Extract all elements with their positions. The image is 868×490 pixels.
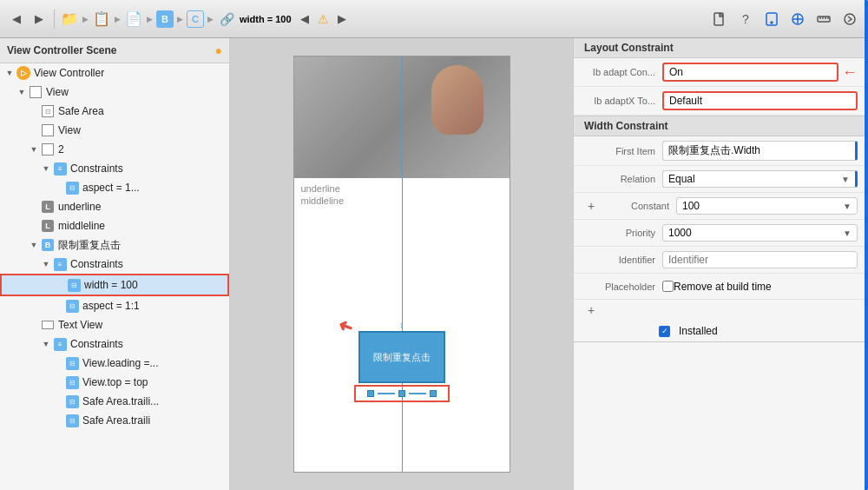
inspector-panel: Layout Constraint Ib adapt Con... On ← I… <box>573 38 868 490</box>
breadcrumb-file2-icon[interactable]: 📄 <box>124 10 143 29</box>
breadcrumb-arrow-1: ▶ <box>82 15 89 23</box>
priority-select[interactable]: 1000 ▼ <box>662 224 858 242</box>
breadcrumb-constraint-icon[interactable]: 🔗 <box>217 10 236 29</box>
tree-item-middleline[interactable]: L middleline <box>0 216 229 235</box>
aspect2-icon: ⊟ <box>64 298 80 314</box>
first-item-row: First Item 限制重复点击.Width <box>574 136 868 166</box>
nav-forward-button[interactable]: ▶ <box>30 10 49 29</box>
tree-item-vc[interactable]: ▷ View Controller <box>0 63 229 83</box>
ib-adapt-con-label: Ib adapt Con... <box>584 67 662 77</box>
tree-label-viewleading: View.leading =... <box>82 357 159 369</box>
tree-label-textview: Text View <box>58 319 102 331</box>
priority-select-arrow: ▼ <box>843 228 852 238</box>
underline-icon: L <box>40 199 56 215</box>
breadcrumb-c-badge[interactable]: C <box>187 10 204 28</box>
nav-back-button[interactable]: ◀ <box>7 10 26 29</box>
tree-item-underline[interactable]: L underline <box>0 197 229 216</box>
ib-adaptx-to-text: Default <box>669 95 702 107</box>
tree-arrow-button <box>28 241 40 249</box>
vc-icon: ▷ <box>16 65 31 81</box>
relation-label: Relation <box>584 174 662 184</box>
tree-item-safetrail2[interactable]: ⊟ Safe Area.traili <box>0 411 229 430</box>
tree-item-width100[interactable]: ⊟ width = 100 <box>0 274 229 296</box>
ruler-button[interactable] <box>812 8 835 30</box>
sidebar-header: View Controller Scene ● <box>0 38 229 63</box>
file-button[interactable] <box>708 8 731 30</box>
tree-arrow-2 <box>28 145 40 154</box>
constraints2-icon: ≡ <box>52 256 68 272</box>
ib-adaptx-to-value[interactable]: Default <box>662 91 858 110</box>
tree-item-viewleading[interactable]: ⊟ View.leading =... <box>0 354 229 373</box>
breadcrumb-arrow-2: ▶ <box>115 15 121 23</box>
tree-item-constraints1[interactable]: ≡ Constraints <box>0 159 229 178</box>
tree-label-aspect2: aspect = 1:1 <box>82 300 140 312</box>
safetrail1-icon: ⊟ <box>64 394 80 409</box>
placeholder-checkbox[interactable] <box>662 281 674 292</box>
toolbar: ◀ ▶ 📁 ▶ 📋 ▶ 📄 ▶ B ▶ C ▶ 🔗 width = 100 ◀ … <box>0 0 868 38</box>
tree-item-viewtop[interactable]: ⊟ View.top = top <box>0 373 229 392</box>
viewtop-icon: ⊟ <box>64 374 80 390</box>
canvas-button[interactable]: 限制重复点击 <box>358 331 445 383</box>
tree-item-safearea[interactable]: ⊡ Safe Area <box>0 102 229 121</box>
bottom-plus-button[interactable]: + <box>584 303 598 317</box>
breadcrumb-prev-button[interactable]: ◀ <box>295 10 314 29</box>
constant-select[interactable]: 100 ▼ <box>676 197 858 215</box>
breadcrumb-arrow-4: ▶ <box>177 15 183 23</box>
tree-label-safetrail1: Safe Area.traili... <box>82 395 159 407</box>
priority-label: Priority <box>584 228 662 238</box>
tree-item-aspect2[interactable]: ⊟ aspect = 1:1 <box>0 296 229 315</box>
breadcrumb-file1-icon[interactable]: 📋 <box>92 10 111 29</box>
viewleading-icon: ⊟ <box>64 355 80 371</box>
width100-icon: ⊟ <box>66 277 82 293</box>
textview-icon <box>40 317 56 333</box>
inspector-button[interactable] <box>786 8 809 30</box>
constraints1-icon: ≡ <box>52 161 68 176</box>
question-button[interactable]: ? <box>734 8 757 30</box>
plus-row: + <box>574 300 868 321</box>
constraint-bar-inner <box>367 390 437 397</box>
tree-arrow-constraints2 <box>40 260 52 268</box>
safetrail2-icon: ⊟ <box>64 413 80 428</box>
placeholder-row: Placeholder Remove at build time <box>574 274 868 300</box>
breadcrumb-active-label: width = 100 <box>240 14 292 24</box>
tree-item-aspect1[interactable]: ⊟ aspect = 1... <box>0 178 229 197</box>
tree-item-textview[interactable]: Text View <box>0 315 229 334</box>
forward-arrow-button[interactable] <box>838 8 861 30</box>
first-item-value[interactable]: 限制重复点击.Width <box>662 141 858 161</box>
tree-label-2: 2 <box>58 143 64 156</box>
warning-icon: ⚠ <box>318 12 329 26</box>
canvas-area: underline middleline ↕ 限制重复点击 <box>230 38 573 490</box>
breadcrumb-folder-icon[interactable]: 📁 <box>60 10 79 29</box>
ib-adaptx-to-row: Ib adaptX To... Default <box>574 87 868 116</box>
tree-label-constraints2: Constraints <box>70 258 123 270</box>
tree-item-2[interactable]: 2 <box>0 140 229 159</box>
svg-point-5 <box>845 14 855 24</box>
breadcrumb-next-button[interactable]: ▶ <box>332 10 352 29</box>
device-button[interactable] <box>760 8 783 30</box>
red-arrow-adapt-con: ← <box>842 63 858 82</box>
identifier-input[interactable] <box>662 251 858 268</box>
view-icon <box>28 84 43 100</box>
installed-checkbox[interactable]: ✓ <box>659 326 670 337</box>
constant-label: Constant <box>598 201 676 211</box>
tree-item-view[interactable]: View <box>0 83 229 102</box>
constant-plus-button[interactable]: + <box>584 199 598 213</box>
view2-icon <box>40 122 56 138</box>
constraint-line-2 <box>409 393 426 394</box>
canvas-face <box>431 65 483 135</box>
tree-item-view2[interactable]: View <box>0 121 229 140</box>
constant-select-arrow: ▼ <box>843 202 852 211</box>
breadcrumb-b-badge[interactable]: B <box>156 10 174 28</box>
tree-item-safetrail1[interactable]: ⊟ Safe Area.traili... <box>0 392 229 411</box>
constraint-line-1 <box>378 393 395 394</box>
tree-item-constraints2[interactable]: ≡ Constraints <box>0 255 229 274</box>
tree-item-button[interactable]: B 限制重复点击 <box>0 235 229 255</box>
relation-select[interactable]: Equal ▼ <box>662 170 858 188</box>
identifier-label: Identifier <box>584 255 662 265</box>
tree-item-constraints3[interactable]: ≡ Constraints <box>0 334 229 354</box>
ib-adapt-con-value[interactable]: On <box>662 63 838 82</box>
layout-constraint-header: Layout Constraint <box>574 38 868 58</box>
relation-value: Equal <box>668 173 695 185</box>
constraint-handle-left <box>367 390 374 397</box>
installed-row: ✓ Installed <box>574 321 868 341</box>
